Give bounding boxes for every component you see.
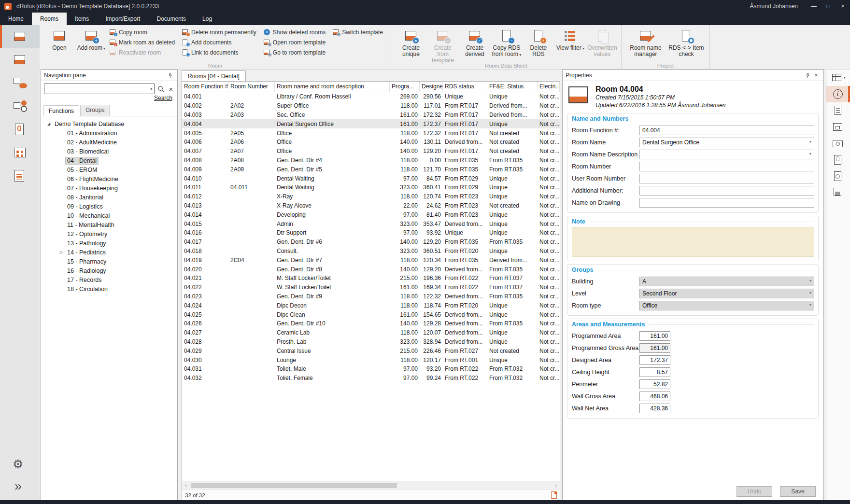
ribbon-tab[interactable]: Home [0,13,32,25]
properties-view-button[interactable] [826,135,850,152]
table-row[interactable]: 04.024 Dipc Decon 118.00 118.74 From RT.… [182,301,560,310]
properties-view-button[interactable] [826,119,850,135]
table-row[interactable]: 04.028 Prosth. Lab 323.00 328.94 Derived… [182,337,560,347]
tree-item[interactable]: 18 - Circulation [41,284,177,294]
tree-item[interactable]: 08 - Janitorial [41,193,177,202]
tree-item[interactable]: 15 - Pharmacy [41,257,177,266]
navigation-tab[interactable]: Groups [80,105,110,116]
table-row[interactable]: 04.002 2A02 Super Office 118.00 117.01 F… [182,101,560,111]
tree-item[interactable]: 17 - Records [41,275,177,284]
table-row[interactable]: 04.027 Ceramic Lab 118.00 120.07 Derived… [182,328,560,337]
pin-icon[interactable] [166,71,174,80]
measurement-input[interactable] [639,392,670,401]
maximize-button[interactable]: □ [821,0,836,13]
scroll-right-icon[interactable]: › [552,482,560,488]
table-row[interactable]: 04.023 Gen. Dent. Dtr #9 118.00 122.32 D… [182,292,560,301]
tree-item[interactable]: 03 - Biomedical [41,147,177,156]
tree-item[interactable]: 11 - MentalHealth [41,220,177,229]
clear-search-icon[interactable]: × [167,85,174,93]
ribbon-small-button[interactable]: Show deleted rooms [261,27,327,37]
properties-view-button[interactable] [826,184,850,201]
ribbon-tab[interactable]: Items [67,13,97,25]
table-row[interactable]: 04.012 X-Ray 118.00 120.74 From RT.023 U… [182,192,560,201]
navigation-tab[interactable]: Functions [43,105,79,116]
column-header[interactable]: Room Function #: [182,82,228,92]
field-dropdown[interactable] [639,277,814,286]
table-row[interactable]: 04.031 Toliet, Male 97.00 93.20 From RT.… [182,364,560,374]
table-row[interactable]: 04.029 Central Issue 215.00 226.46 From … [182,346,560,355]
sidebar-module-button[interactable] [0,25,40,48]
table-row[interactable]: 04.026 Gen. Dent. Dtr #10 140.00 129.28 … [182,319,560,328]
tree-item[interactable]: 06 - FlightMedicine [41,174,177,183]
undo-button[interactable]: Undo [737,486,772,497]
tree-item[interactable]: 04 - Dental [41,156,177,165]
tree-expander-icon[interactable]: ▷ [57,250,65,254]
table-row[interactable]: 04.020 Gen. Dent. Dtr #8 140.00 129.20 D… [182,265,560,274]
properties-view-button[interactable]: ▾ [826,70,850,86]
ribbon-big-button[interactable]: Create from template [427,27,459,65]
tree-item[interactable]: 01 - Administration [41,128,177,138]
sidebar-module-button[interactable] [0,71,40,95]
column-header[interactable]: RDS status [443,82,487,92]
sidebar-module-button[interactable] [0,48,40,71]
ribbon-small-button[interactable]: Copy room [107,27,177,37]
ribbon-tab[interactable]: Import/Export [97,13,148,25]
table-row[interactable]: 04.018 Consult. 323.00 360.51 From RT.02… [182,247,560,256]
search-link[interactable]: Search [154,95,172,101]
tree-item[interactable]: 13 - Pathology [41,238,177,248]
table-row[interactable]: 04.001 Library / Conf. Room Hassell 269.… [182,92,560,101]
rooms-document-tab[interactable]: Rooms [04 - Dental] [182,70,246,81]
table-row[interactable]: 04.022 W. Staff Locker/Toilet 161.00 169… [182,283,560,292]
tree-item[interactable]: 05 - EROM [41,165,177,174]
table-row[interactable]: 04.008 2A08 Gen. Dent. Dtr #4 118.00 0.0… [182,156,560,165]
close-panel-icon[interactable]: × [812,71,821,80]
properties-view-button[interactable] [826,102,850,119]
measurement-input[interactable] [639,355,670,365]
ribbon-small-button[interactable]: Open room template [261,37,327,47]
ribbon-big-button[interactable]: RDS <-> Item check [666,27,707,58]
properties-view-button[interactable] [826,86,850,102]
scrollbar-thumb[interactable] [191,483,397,488]
ribbon-big-button[interactable]: Add room [75,27,107,53]
tree-item[interactable]: ▷ 14 - Pediatrics [41,248,177,257]
sidebar-module-button[interactable] [0,141,40,164]
tree-item[interactable]: 10 - Mechanical [41,211,177,220]
ribbon-small-button[interactable]: Link to documents [180,47,258,57]
tree-item[interactable]: 09 - Logistics [41,202,177,211]
column-header[interactable]: Designe... [420,82,443,92]
column-header[interactable]: Electri... [538,82,560,92]
sidebar-module-button[interactable] [0,95,40,118]
measurement-input[interactable] [639,367,670,377]
table-row[interactable]: 04.019 2C04 Gen. Dent. Dtr #7 118.00 120… [182,255,560,265]
ribbon-big-button[interactable]: Create unique [395,27,427,65]
close-button[interactable]: × [836,0,850,13]
note-textarea[interactable] [572,227,814,257]
table-row[interactable]: 04.017 Gen. Dent. Dtr #6 140.00 129.20 F… [182,238,560,247]
ribbon-big-button[interactable]: Overwritten values [586,27,618,65]
column-header[interactable]: Room name and room description [275,82,390,92]
ribbon-small-button[interactable]: Switch template [330,27,385,37]
ribbon-big-button[interactable]: Delete RDS [523,27,554,65]
column-header[interactable]: Room Number [228,82,275,92]
field-input[interactable] [639,138,814,147]
ribbon-small-button[interactable]: Reactivate room [107,47,177,57]
measurement-input[interactable] [639,331,670,341]
field-dropdown[interactable] [639,289,814,298]
ribbon-tab[interactable]: Rooms [32,13,67,25]
field-input[interactable] [639,198,814,208]
save-button[interactable]: Save [780,486,816,497]
table-row[interactable]: 04.004 Dental Surgeon Office 161.00 172.… [182,119,560,128]
table-row[interactable]: 04.007 2A07 Office 140.00 129.20 From RT… [182,147,560,156]
field-dropdown[interactable] [639,301,814,310]
table-row[interactable]: 04.030 Lounge 118.00 120.17 From RT.001 … [182,355,560,364]
field-input[interactable] [639,162,814,171]
tree-item[interactable]: 02 - AdultMedicine [41,138,177,147]
ribbon-small-button[interactable]: Go to room template [261,47,327,57]
measurement-input[interactable] [639,404,670,413]
table-row[interactable]: 04.010 Dental Waiting 97.00 84.57 From R… [182,174,560,183]
field-input[interactable] [639,150,814,159]
ribbon-big-button[interactable]: Copy RDS from room [491,27,523,65]
tree-expander-icon[interactable]: ◢ [45,122,53,126]
field-input[interactable] [639,174,814,183]
table-row[interactable]: 04.032 Toliet, Female 97.00 99.24 From R… [182,374,560,383]
